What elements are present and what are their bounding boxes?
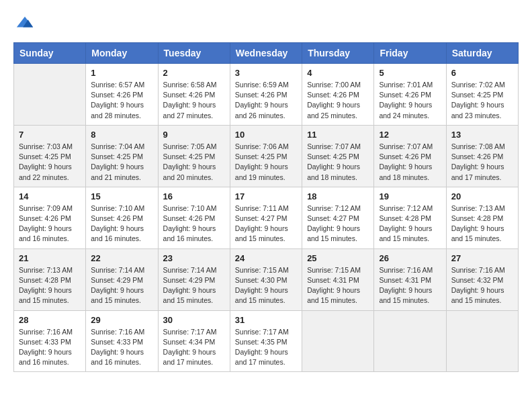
calendar-week-row: 28Sunrise: 7:16 AMSunset: 4:33 PMDayligh…: [14, 310, 519, 372]
header-sunday: Sunday: [14, 43, 86, 64]
day-number: 21: [19, 253, 81, 263]
calendar-cell: 26Sunrise: 7:16 AMSunset: 4:31 PMDayligh…: [374, 248, 446, 310]
day-number: 22: [91, 253, 152, 263]
day-number: 23: [163, 253, 225, 263]
day-info: Sunrise: 7:17 AMSunset: 4:34 PMDaylight:…: [163, 327, 225, 368]
calendar-week-row: 21Sunrise: 7:13 AMSunset: 4:28 PMDayligh…: [14, 248, 519, 310]
day-number: 27: [451, 253, 513, 263]
day-number: 15: [91, 191, 152, 201]
day-number: 26: [379, 253, 441, 263]
day-info: Sunrise: 7:13 AMSunset: 4:28 PMDaylight:…: [19, 265, 81, 306]
calendar-cell: 3Sunrise: 6:59 AMSunset: 4:26 PMDaylight…: [230, 64, 302, 126]
day-number: 29: [91, 315, 152, 325]
day-info: Sunrise: 7:04 AMSunset: 4:25 PMDaylight:…: [91, 142, 152, 183]
calendar-cell: 21Sunrise: 7:13 AMSunset: 4:28 PMDayligh…: [14, 248, 86, 310]
header-friday: Friday: [374, 43, 446, 64]
calendar-cell: 1Sunrise: 6:57 AMSunset: 4:26 PMDaylight…: [86, 64, 158, 126]
logo: [13, 13, 36, 36]
day-number: 7: [19, 130, 81, 140]
day-info: Sunrise: 7:14 AMSunset: 4:29 PMDaylight:…: [91, 265, 152, 306]
calendar-cell: 20Sunrise: 7:13 AMSunset: 4:28 PMDayligh…: [446, 187, 518, 248]
calendar-cell: 13Sunrise: 7:08 AMSunset: 4:26 PMDayligh…: [446, 125, 518, 187]
calendar-cell: 28Sunrise: 7:16 AMSunset: 4:33 PMDayligh…: [14, 310, 86, 372]
day-info: Sunrise: 7:09 AMSunset: 4:26 PMDaylight:…: [19, 203, 81, 244]
day-info: Sunrise: 7:12 AMSunset: 4:27 PMDaylight:…: [307, 203, 369, 244]
day-number: 14: [19, 191, 81, 201]
calendar-cell: 24Sunrise: 7:15 AMSunset: 4:30 PMDayligh…: [230, 248, 302, 310]
calendar-cell: 2Sunrise: 6:58 AMSunset: 4:26 PMDaylight…: [158, 64, 230, 126]
calendar-cell: 10Sunrise: 7:06 AMSunset: 4:25 PMDayligh…: [230, 125, 302, 187]
header-wednesday: Wednesday: [230, 43, 302, 64]
calendar-cell: 18Sunrise: 7:12 AMSunset: 4:27 PMDayligh…: [302, 187, 374, 248]
calendar-cell: 19Sunrise: 7:12 AMSunset: 4:28 PMDayligh…: [374, 187, 446, 248]
calendar-cell: 22Sunrise: 7:14 AMSunset: 4:29 PMDayligh…: [86, 248, 158, 310]
day-number: 10: [235, 130, 297, 140]
calendar-header-row: SundayMondayTuesdayWednesdayThursdayFrid…: [14, 43, 519, 64]
calendar-cell: 11Sunrise: 7:07 AMSunset: 4:25 PMDayligh…: [302, 125, 374, 187]
header-saturday: Saturday: [446, 43, 518, 64]
day-number: 24: [235, 253, 297, 263]
day-info: Sunrise: 7:07 AMSunset: 4:26 PMDaylight:…: [379, 142, 441, 183]
calendar-cell: 25Sunrise: 7:15 AMSunset: 4:31 PMDayligh…: [302, 248, 374, 310]
day-info: Sunrise: 7:03 AMSunset: 4:25 PMDaylight:…: [19, 142, 81, 183]
day-number: 6: [451, 68, 513, 78]
calendar-cell: 30Sunrise: 7:17 AMSunset: 4:34 PMDayligh…: [158, 310, 230, 372]
header-tuesday: Tuesday: [158, 43, 230, 64]
day-info: Sunrise: 6:57 AMSunset: 4:26 PMDaylight:…: [91, 80, 152, 121]
calendar-cell: 17Sunrise: 7:11 AMSunset: 4:27 PMDayligh…: [230, 187, 302, 248]
day-info: Sunrise: 7:13 AMSunset: 4:28 PMDaylight:…: [451, 203, 513, 244]
day-info: Sunrise: 7:15 AMSunset: 4:31 PMDaylight:…: [307, 265, 369, 306]
day-info: Sunrise: 7:10 AMSunset: 4:26 PMDaylight:…: [91, 203, 152, 244]
day-number: 31: [235, 315, 297, 325]
day-info: Sunrise: 7:10 AMSunset: 4:26 PMDaylight:…: [163, 203, 225, 244]
logo-icon: [15, 13, 34, 32]
day-number: 2: [163, 68, 225, 78]
day-number: 13: [451, 130, 513, 140]
day-number: 8: [91, 130, 152, 140]
day-info: Sunrise: 7:17 AMSunset: 4:35 PMDaylight:…: [235, 327, 297, 368]
calendar-cell: [446, 310, 518, 372]
day-number: 30: [163, 315, 225, 325]
calendar-cell: 27Sunrise: 7:16 AMSunset: 4:32 PMDayligh…: [446, 248, 518, 310]
calendar-cell: 6Sunrise: 7:02 AMSunset: 4:25 PMDaylight…: [446, 64, 518, 126]
day-number: 17: [235, 191, 297, 201]
day-number: 9: [163, 130, 225, 140]
day-info: Sunrise: 7:15 AMSunset: 4:30 PMDaylight:…: [235, 265, 297, 306]
header-thursday: Thursday: [302, 43, 374, 64]
header-monday: Monday: [86, 43, 158, 64]
calendar-cell: 29Sunrise: 7:16 AMSunset: 4:33 PMDayligh…: [86, 310, 158, 372]
calendar-cell: 4Sunrise: 7:00 AMSunset: 4:26 PMDaylight…: [302, 64, 374, 126]
calendar-cell: [374, 310, 446, 372]
day-info: Sunrise: 7:08 AMSunset: 4:26 PMDaylight:…: [451, 142, 513, 183]
calendar: SundayMondayTuesdayWednesdayThursdayFrid…: [13, 42, 519, 372]
day-info: Sunrise: 6:59 AMSunset: 4:26 PMDaylight:…: [235, 80, 297, 121]
calendar-cell: 14Sunrise: 7:09 AMSunset: 4:26 PMDayligh…: [14, 187, 86, 248]
calendar-cell: 5Sunrise: 7:01 AMSunset: 4:26 PMDaylight…: [374, 64, 446, 126]
day-number: 16: [163, 191, 225, 201]
day-info: Sunrise: 7:01 AMSunset: 4:26 PMDaylight:…: [379, 80, 441, 121]
day-number: 3: [235, 68, 297, 78]
day-number: 5: [379, 68, 441, 78]
calendar-cell: 15Sunrise: 7:10 AMSunset: 4:26 PMDayligh…: [86, 187, 158, 248]
day-info: Sunrise: 7:16 AMSunset: 4:32 PMDaylight:…: [451, 265, 513, 306]
day-info: Sunrise: 6:58 AMSunset: 4:26 PMDaylight:…: [163, 80, 225, 121]
calendar-week-row: 14Sunrise: 7:09 AMSunset: 4:26 PMDayligh…: [14, 187, 519, 248]
day-info: Sunrise: 7:16 AMSunset: 4:33 PMDaylight:…: [19, 327, 81, 368]
page-header: [13, 13, 519, 36]
day-number: 20: [451, 191, 513, 201]
day-number: 19: [379, 191, 441, 201]
day-info: Sunrise: 7:16 AMSunset: 4:33 PMDaylight:…: [91, 327, 152, 368]
calendar-cell: [14, 64, 86, 126]
day-number: 12: [379, 130, 441, 140]
day-number: 1: [91, 68, 152, 78]
day-info: Sunrise: 7:14 AMSunset: 4:29 PMDaylight:…: [163, 265, 225, 306]
day-number: 11: [307, 130, 369, 140]
day-info: Sunrise: 7:06 AMSunset: 4:25 PMDaylight:…: [235, 142, 297, 183]
day-number: 4: [307, 68, 369, 78]
day-info: Sunrise: 7:16 AMSunset: 4:31 PMDaylight:…: [379, 265, 441, 306]
calendar-week-row: 7Sunrise: 7:03 AMSunset: 4:25 PMDaylight…: [14, 125, 519, 187]
day-info: Sunrise: 7:00 AMSunset: 4:26 PMDaylight:…: [307, 80, 369, 121]
day-number: 25: [307, 253, 369, 263]
calendar-cell: 9Sunrise: 7:05 AMSunset: 4:25 PMDaylight…: [158, 125, 230, 187]
calendar-cell: 12Sunrise: 7:07 AMSunset: 4:26 PMDayligh…: [374, 125, 446, 187]
